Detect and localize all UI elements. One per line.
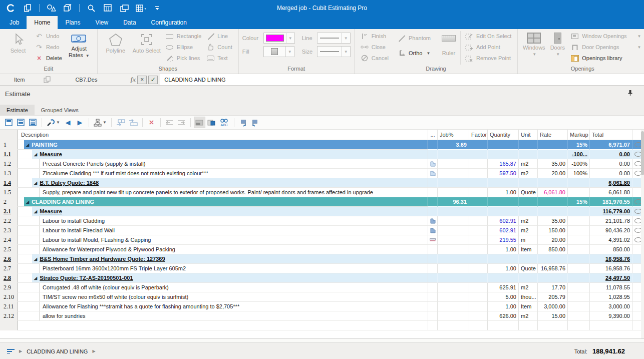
table-row[interactable]: 1.1◢Measure-100...0.00	[0, 150, 644, 159]
takeoff-sheet-icon[interactable]	[103, 3, 113, 13]
column-header-total[interactable]: Total	[590, 130, 632, 140]
tab-configuration[interactable]: Configuration	[144, 16, 194, 29]
split-view-left-button[interactable]	[194, 117, 205, 128]
breadcrumb[interactable]: CLADDING AND LINING	[27, 348, 88, 354]
table-row[interactable]: 2.2Labour to install Cladding602.91m235.…	[0, 216, 644, 226]
phantom-button[interactable]: Phantom	[395, 31, 433, 46]
collapse-level-2-button[interactable]	[15, 117, 27, 128]
new-job-icon[interactable]	[23, 3, 33, 13]
cancel-entry-button[interactable]: ×	[137, 76, 147, 84]
breadcrumb-menu-icon[interactable]	[7, 349, 15, 354]
rectangle-button[interactable]: Rectangle	[163, 31, 204, 42]
count-button[interactable]: Count	[204, 42, 234, 53]
scrollbar-thumb[interactable]	[641, 131, 644, 175]
delete-button[interactable]: ×Delete	[33, 53, 65, 64]
text-button[interactable]: Text	[204, 53, 234, 64]
tab-plans[interactable]: Plans	[58, 16, 88, 29]
dropdown-caret-icon[interactable]: ▼	[637, 34, 641, 39]
fill-picker[interactable]: ▼	[263, 46, 294, 57]
column-header-dots[interactable]: ...	[428, 130, 438, 140]
collapse-level-3-button[interactable]	[27, 117, 39, 128]
windows-layout-icon[interactable]	[119, 3, 129, 13]
expand-icon[interactable]: ◢	[34, 209, 37, 214]
column-header-qty[interactable]: Quantity	[488, 130, 519, 140]
formula-value[interactable]: CLADDING AND LINING	[160, 74, 644, 85]
close-shape-button[interactable]: Close	[358, 42, 391, 53]
dropdown-caret-icon[interactable]: ▼	[426, 51, 430, 56]
auto-select-button[interactable]: Auto Select	[130, 30, 163, 66]
expand-icon[interactable]: ◢	[34, 276, 37, 280]
table-row[interactable]: 2.8◢Stratco Quote: TZ-AS-20190501-00124,…	[0, 273, 644, 283]
undo-button[interactable]: ↶Undo	[33, 31, 65, 42]
tools-button[interactable]: ▼	[45, 117, 62, 128]
expand-icon[interactable]: ◢	[34, 152, 37, 157]
confirm-entry-button[interactable]: ✓	[148, 76, 158, 84]
line-style-picker[interactable]: ▼	[317, 33, 351, 44]
vertical-scrollbar[interactable]	[641, 130, 644, 338]
colour-picker[interactable]: ▼	[263, 33, 295, 44]
table-row[interactable]: 1.5Supply, prepare and paint new tilt up…	[0, 188, 644, 197]
panel-tab-estimate[interactable]: Estimate	[0, 105, 35, 115]
next-flag-button[interactable]	[249, 117, 261, 128]
table-row[interactable]: 2.7Plasterboard 16mm 3600x1200mm FS Trip…	[0, 264, 644, 273]
openings-library-button[interactable]: Openings library	[568, 53, 643, 64]
table-row[interactable]: 1.3Zincalume Cladding *** if surf mist d…	[0, 169, 644, 178]
delete-row-button[interactable]: ×	[146, 117, 157, 128]
table-row[interactable]: 2.5Allowance for Waterproof Plywood & Pl…	[0, 245, 644, 254]
outdent-button[interactable]	[164, 117, 175, 128]
line-button[interactable]: Line	[204, 31, 234, 42]
add-point-button[interactable]: Add Point	[463, 42, 514, 53]
insert-row-above-button[interactable]	[115, 117, 127, 128]
takeoff-zoom-icon[interactable]	[86, 3, 96, 13]
expand-icon[interactable]: ◢	[26, 143, 29, 147]
polyline-button[interactable]: Polyline	[101, 30, 130, 66]
tab-home[interactable]: Home	[27, 16, 58, 29]
collapse-level-1-button[interactable]	[3, 117, 15, 128]
tab-view[interactable]: View	[88, 16, 116, 29]
table-row[interactable]: 2.12allow for sundries626.00m215.009,390…	[0, 311, 644, 321]
expand-icon[interactable]: ◢	[26, 200, 29, 204]
table-row[interactable]: 2.6◢B&S Home Timber and Hardware Quote: …	[0, 254, 644, 264]
shapes-icon[interactable]	[46, 3, 56, 13]
table-row[interactable]: 2.11Allowance for Flashing ***stramit ha…	[0, 302, 644, 311]
expand-icon[interactable]: ◢	[34, 257, 37, 261]
split-view-right-button[interactable]	[206, 117, 217, 128]
collapse-all-button[interactable]: ◀	[62, 117, 74, 128]
hierarchy-button[interactable]: ▼	[92, 117, 108, 128]
table-row[interactable]: 2.9Corrugated .48 off white (colour equi…	[0, 283, 644, 292]
pick-lines-button[interactable]: Pick lines	[163, 53, 204, 64]
expand-all-button[interactable]: ▶	[74, 117, 86, 128]
expand-icon[interactable]: ◢	[34, 181, 37, 185]
pages-icon[interactable]	[44, 76, 51, 83]
select-button[interactable]: Select	[4, 30, 33, 66]
finish-button[interactable]: Finish	[358, 31, 391, 42]
indent-button[interactable]	[176, 117, 187, 128]
adjust-rates-button[interactable]: Adjust Rates ▼	[65, 30, 94, 66]
table-row[interactable]: 2.3Labour to install Fireclad Wall602.91…	[0, 226, 644, 235]
column-header-unit[interactable]: Unit	[519, 130, 538, 140]
cell-reference[interactable]: CB7.Des	[75, 77, 130, 83]
table-row[interactable]: 1.2Precast Concrete Panels (supply & ins…	[0, 159, 644, 169]
insert-row-below-button[interactable]	[127, 117, 139, 128]
table-row[interactable]: 1◢PAINTING3.6915%6,971.07	[0, 140, 644, 150]
ruler-icon[interactable]	[442, 35, 456, 42]
panel-tab-grouped-views[interactable]: Grouped Views	[35, 105, 85, 115]
door-openings-button[interactable]: Door Openings▼	[568, 42, 643, 53]
remove-point-button[interactable]: Remove Point	[463, 53, 514, 64]
table-row[interactable]: 2◢CLADDING AND LINING96.3115%181,970.55	[0, 197, 644, 207]
dropdown-caret-icon[interactable]: ▼	[342, 33, 350, 43]
tab-job[interactable]: Job	[2, 16, 27, 29]
cancel-button[interactable]: Cancel	[358, 53, 391, 64]
dropdown-caret-icon[interactable]: ▼	[285, 47, 294, 57]
column-header-rate[interactable]: Rate	[538, 130, 568, 140]
doors-button[interactable]: Doors ▼	[546, 30, 568, 66]
grid-options-icon[interactable]	[136, 3, 146, 13]
ortho-button[interactable]: Ortho▼	[395, 46, 433, 61]
quick-access-overflow-icon[interactable]	[152, 3, 162, 13]
find-button[interactable]: ABC	[218, 117, 231, 128]
dropdown-caret-icon[interactable]: ▼	[637, 45, 641, 50]
table-row[interactable]	[0, 321, 644, 330]
cubit-logo-icon[interactable]	[6, 3, 16, 13]
previous-flag-button[interactable]	[237, 117, 249, 128]
dropdown-caret-icon[interactable]: ▼	[286, 33, 294, 43]
